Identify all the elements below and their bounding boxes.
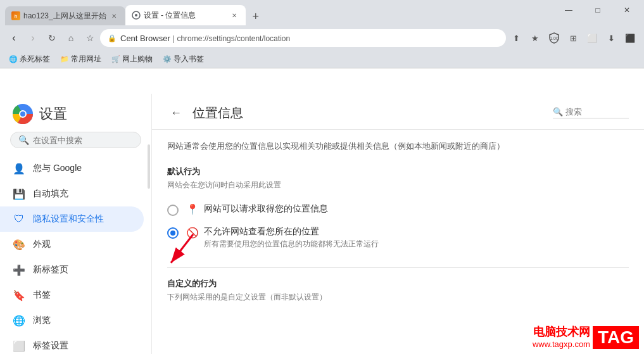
star-button[interactable]: ☆	[81, 29, 99, 47]
sidebar-item-google[interactable]: 👤 您与 Google	[0, 156, 144, 181]
menu-button[interactable]: ⬛	[621, 29, 639, 47]
sidebar-item-appearance[interactable]: 🎨 外观	[0, 232, 144, 257]
radio-allow[interactable]	[167, 205, 179, 216]
forward-button[interactable]: ›	[24, 29, 42, 47]
settings-sidebar: 设置 🔍 👤 您与 Google 💾	[0, 94, 152, 354]
sidebar-item-newtab[interactable]: ➕ 新标签页	[0, 257, 144, 282]
watermark-tag-badge: TAG	[593, 326, 639, 349]
close-button[interactable]: ✕	[612, 1, 641, 19]
page-search-input[interactable]	[565, 107, 629, 117]
sidebar-nav-list: 👤 您与 Google 💾 自动填充 🛡 隐私设置和安全性 🎨 外观	[0, 156, 151, 354]
default-behavior-section: 默认行为 网站会在您访问时自动采用此设置 📍 网站可以请求取得您的位置信息	[167, 166, 629, 255]
reload-button[interactable]: ↻	[43, 29, 61, 47]
watermark-site-name: 电脑技术网	[533, 325, 590, 339]
main-content: ← 位置信息 🔍 网站通常会使用您的位置信息以实现相关功能或提供相关信息（例如本…	[152, 94, 644, 354]
bookmark-icon: 🔖	[13, 289, 25, 301]
bookmark-import[interactable]: ⚙️ 导入书签	[159, 53, 208, 66]
newtab-icon: ➕	[13, 263, 25, 276]
sidebar-item-tab-settings[interactable]: ⬜ 标签设置	[0, 333, 144, 354]
watermark-url: www.tagxp.com	[533, 339, 590, 349]
security-extension-icon[interactable]: 1.00	[545, 29, 563, 47]
radio-option-block[interactable]: 🚫 不允许网站查看您所在的位置 所有需要使用您的位置信息的功能都将无法正常运行	[167, 221, 629, 255]
maximize-button[interactable]: □	[583, 1, 612, 19]
apps-button[interactable]: ⊞	[564, 29, 582, 47]
custom-section: 自定义的行为 下列网站采用的是自定义设置（而非默认设置）	[167, 267, 629, 303]
sidebar-item-privacy[interactable]: 🛡 隐私设置和安全性	[0, 206, 144, 232]
settings-logo	[13, 104, 33, 124]
bookmark-common-sites[interactable]: 📁 常用网址	[56, 53, 105, 66]
bookmark-kill-tabs[interactable]: 🌐 杀死标签	[5, 53, 54, 66]
description-text: 网站通常会使用您的位置信息以实现相关功能或提供相关信息（例如本地新闻或附近的商店…	[167, 140, 629, 153]
block-location-icon: 🚫	[186, 227, 199, 239]
option-allow-content: 📍 网站可以请求取得您的位置信息	[186, 203, 328, 215]
address-path: chrome://settings/content/location	[177, 34, 290, 43]
option-block-label: 不允许网站查看您所在的位置	[204, 226, 379, 237]
option-block-sublabel: 所有需要使用您的位置信息的功能都将无法正常运行	[204, 239, 379, 250]
shield-icon: 🛡	[13, 213, 25, 225]
option-block-content: 🚫 不允许网站查看您所在的位置 所有需要使用您的位置信息的功能都将无法正常运行	[186, 226, 379, 250]
tab-title-hao123: hao123_上网从这里开始	[23, 11, 106, 22]
default-behavior-title: 默认行为	[167, 166, 629, 177]
sidebar-item-autofill[interactable]: 💾 自动填充	[0, 181, 144, 206]
tab-settings-icon: ⬜	[13, 339, 25, 352]
default-behavior-subtitle: 网站会在您访问时自动采用此设置	[167, 180, 629, 191]
sidebar-item-browsing[interactable]: 🌐 浏览	[0, 308, 144, 333]
address-lock-icon: 🔒	[108, 34, 117, 42]
page-search[interactable]: 🔍	[553, 107, 629, 118]
minimize-button[interactable]: —	[554, 1, 583, 19]
home-button[interactable]: ⌂	[62, 29, 80, 47]
page-title: 位置信息	[193, 104, 545, 122]
screenshot-button[interactable]: ⬜	[583, 29, 601, 47]
new-tab-button[interactable]: +	[247, 8, 265, 25]
nav-bar: ‹ › ↻ ⌂ ☆ 🔒 Cent Browser | chrome://sett…	[0, 25, 644, 51]
address-brand: Cent Browser	[120, 34, 170, 43]
bookmark-shopping[interactable]: 🛒 网上购物	[108, 53, 156, 66]
tab-close-hao123[interactable]: ✕	[110, 11, 119, 21]
custom-section-title: 自定义的行为	[167, 278, 629, 289]
radio-block[interactable]	[167, 227, 179, 239]
autofill-icon: 💾	[13, 187, 25, 200]
settings-title: 设置	[39, 104, 67, 123]
custom-section-subtitle: 下列网站采用的是自定义设置（而非默认设置）	[167, 292, 629, 303]
download-button[interactable]: ⬇	[602, 29, 620, 47]
address-text: Cent Browser | chrome://settings/content…	[120, 34, 290, 43]
svg-point-5	[20, 111, 25, 117]
back-button[interactable]: ‹	[5, 29, 23, 47]
bookmarks-bar: 🌐 杀死标签 📁 常用网址 🛒 网上购物 ⚙️ 导入书签	[0, 51, 644, 68]
radio-option-allow[interactable]: 📍 网站可以请求取得您的位置信息	[167, 198, 629, 221]
watermark: 电脑技术网 www.tagxp.com TAG	[527, 320, 644, 354]
tab-favicon-hao123: h	[11, 11, 20, 20]
search-icon: 🔍	[18, 135, 29, 145]
sidebar-item-bookmarks[interactable]: 🔖 书签	[0, 282, 144, 308]
tab-settings[interactable]: 设置 - 位置信息 ✕	[125, 5, 246, 25]
page-header: ← 位置信息 🔍	[152, 94, 644, 130]
palette-icon: 🎨	[13, 238, 25, 251]
person-icon: 👤	[13, 162, 25, 175]
svg-point-1	[135, 14, 137, 16]
location-pin-icon: 📍	[186, 203, 199, 215]
share-button[interactable]: ⬆	[507, 29, 525, 47]
settings-search-bar[interactable]: 🔍	[10, 132, 141, 148]
back-to-content-button[interactable]: ←	[167, 104, 185, 122]
browsing-icon: 🌐	[13, 314, 25, 327]
option-allow-label: 网站可以请求取得您的位置信息	[204, 203, 328, 215]
page-search-icon: 🔍	[553, 107, 563, 117]
content-body: 网站通常会使用您的位置信息以实现相关功能或提供相关信息（例如本地新闻或附近的商店…	[152, 130, 644, 313]
settings-search-input[interactable]	[33, 136, 133, 145]
tab-hao123[interactable]: h hao123_上网从这里开始 ✕	[5, 6, 125, 25]
tab-favicon-settings	[132, 11, 141, 20]
svg-text:1.00: 1.00	[550, 36, 559, 41]
tab-title-settings: 设置 - 位置信息	[144, 10, 227, 21]
address-bar[interactable]: 🔒 Cent Browser | chrome://settings/conte…	[100, 29, 506, 47]
bookmark-button[interactable]: ★	[526, 29, 544, 47]
tab-bar: h hao123_上网从这里开始 ✕ 设置 - 位置信息 ✕ +	[0, 0, 644, 25]
tab-close-settings[interactable]: ✕	[230, 11, 239, 20]
